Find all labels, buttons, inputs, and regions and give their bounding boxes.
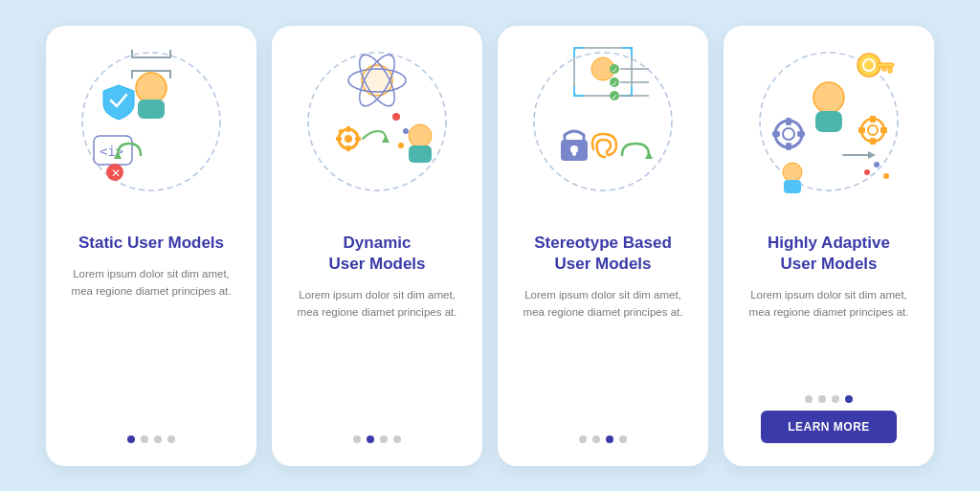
svg-marker-20 [382, 135, 390, 143]
svg-text:✓: ✓ [612, 66, 618, 75]
card-static-title: Static User Models [78, 233, 224, 254]
learn-more-button[interactable]: LEARN MORE [761, 411, 897, 443]
card-stereotype-title: Stereotype BasedUser Models [534, 233, 672, 275]
card-adaptive-content: Highly AdaptiveUser Models Lorem ipsum d… [724, 217, 934, 443]
card-static-illustration: <i> ✕ [46, 26, 256, 217]
svg-rect-60 [858, 127, 865, 133]
svg-rect-15 [346, 126, 350, 132]
dot-2 [592, 435, 600, 443]
card-dynamic-illustration [272, 26, 482, 217]
svg-point-25 [398, 143, 404, 148]
svg-point-57 [868, 125, 878, 135]
svg-point-24 [403, 128, 409, 134]
svg-marker-64 [868, 151, 876, 159]
dot-3 [606, 435, 613, 443]
dot-2 [818, 395, 826, 403]
dot-4 [167, 435, 175, 443]
card-stereotype: ✓ ✓ ✓ [498, 26, 708, 466]
dot-1 [127, 435, 135, 443]
svg-rect-54 [772, 131, 780, 137]
svg-rect-63 [784, 180, 801, 193]
svg-rect-53 [786, 143, 791, 150]
svg-point-67 [883, 173, 889, 179]
svg-point-51 [783, 128, 794, 140]
card-adaptive-desc: Lorem ipsum dolor sit dim amet, mea regi… [743, 286, 915, 322]
card-adaptive: Highly AdaptiveUser Models Lorem ipsum d… [724, 26, 934, 466]
dot-3 [832, 395, 839, 403]
svg-point-62 [783, 163, 802, 182]
svg-text:✕: ✕ [111, 167, 121, 180]
card-static-desc: Lorem ipsum dolor sit dim amet, mea regi… [65, 265, 237, 301]
svg-rect-61 [880, 127, 887, 133]
svg-rect-58 [870, 116, 876, 123]
svg-rect-55 [797, 131, 805, 137]
svg-point-1 [136, 73, 167, 103]
dot-3 [380, 435, 388, 443]
card-stereotype-dots [579, 435, 627, 443]
svg-rect-22 [409, 145, 432, 163]
card-dynamic-title: DynamicUser Models [328, 233, 425, 275]
card-dynamic-content: DynamicUser Models Lorem ipsum dolor sit… [272, 217, 482, 443]
cards-container: <i> ✕ Static User Models Lorem ipsum d [46, 26, 934, 466]
card-static: <i> ✕ Static User Models Lorem ipsum d [46, 26, 256, 466]
svg-point-66 [874, 162, 880, 167]
dot-1 [579, 435, 587, 443]
card-stereotype-illustration: ✓ ✓ ✓ [498, 26, 708, 217]
dot-4 [619, 435, 627, 443]
svg-text:✓: ✓ [612, 79, 618, 88]
card-dynamic: DynamicUser Models Lorem ipsum dolor sit… [272, 26, 482, 466]
dot-4 [393, 435, 401, 443]
dot-1 [353, 435, 361, 443]
svg-rect-2 [138, 100, 165, 119]
svg-rect-49 [815, 111, 842, 132]
card-dynamic-desc: Lorem ipsum dolor sit dim amet, mea regi… [291, 286, 463, 322]
card-dynamic-dots [353, 435, 401, 443]
dot-2 [367, 435, 374, 443]
card-stereotype-content: Stereotype BasedUser Models Lorem ipsum … [498, 217, 708, 443]
svg-rect-18 [355, 137, 361, 141]
svg-rect-46 [888, 67, 892, 73]
svg-point-48 [813, 82, 844, 113]
dot-4 [845, 395, 853, 403]
svg-marker-41 [645, 151, 653, 159]
svg-rect-47 [882, 67, 886, 71]
svg-rect-16 [346, 145, 350, 151]
svg-rect-59 [870, 138, 876, 145]
card-static-content: Static User Models Lorem ipsum dolor sit… [46, 217, 256, 443]
svg-rect-52 [786, 118, 791, 125]
svg-rect-45 [877, 63, 894, 67]
svg-point-65 [864, 169, 870, 175]
card-adaptive-dots [805, 395, 853, 403]
svg-text:✓: ✓ [612, 93, 618, 101]
card-adaptive-title: Highly AdaptiveUser Models [768, 233, 890, 275]
svg-point-14 [345, 135, 352, 143]
dot-1 [805, 395, 813, 403]
card-static-dots [127, 435, 175, 443]
card-stereotype-desc: Lorem ipsum dolor sit dim amet, mea regi… [517, 286, 689, 322]
card-adaptive-illustration [724, 26, 934, 217]
dot-2 [141, 435, 148, 443]
svg-rect-17 [336, 137, 342, 141]
svg-point-23 [392, 113, 400, 121]
dot-3 [154, 435, 162, 443]
svg-point-21 [409, 124, 432, 147]
svg-rect-40 [572, 149, 576, 156]
